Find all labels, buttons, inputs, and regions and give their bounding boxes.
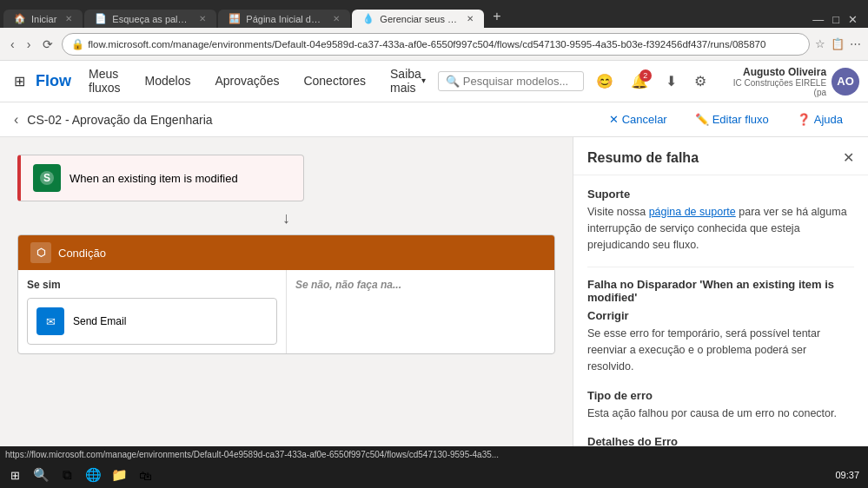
waffle-icon[interactable]: ⊞ bbox=[9, 68, 30, 95]
panel-title: Resumo de falha bbox=[587, 150, 699, 166]
search-icon: 🔍 bbox=[446, 75, 460, 88]
branch-yes: Se sim ✉ Send Email bbox=[18, 270, 287, 353]
browser-tab-iniciar[interactable]: 🏠 Iniciar ✕ bbox=[3, 10, 83, 28]
notification-icon[interactable]: 🔔 2 bbox=[626, 68, 653, 95]
header-right: 🔍 😊 🔔 2 ⬇ ⚙ Augusto Oliveira IC Construç… bbox=[438, 66, 859, 97]
browser-tab-esqueca[interactable]: 📄 Esqueça as palavras-chave: ✕ bbox=[84, 10, 216, 28]
tab-label: Gerenciar seus fluxos | M... bbox=[380, 14, 458, 24]
address-bar-row: ‹ › ⟳ 🔒 flow.microsoft.com/manage/enviro… bbox=[0, 28, 868, 61]
condition-header: ⬡ Condição bbox=[18, 235, 554, 270]
help-button[interactable]: ❓ Ajuda bbox=[785, 109, 854, 130]
nav-item-meus-fluxos[interactable]: Meus fluxos bbox=[76, 61, 133, 102]
user-avatar[interactable]: AO bbox=[832, 68, 859, 96]
new-tab-button[interactable]: + bbox=[486, 5, 507, 28]
browser-tab-pagina[interactable]: 🪟 Página Inicial do Microsoft ... ✕ bbox=[218, 10, 350, 28]
smiley-icon[interactable]: 😊 bbox=[591, 68, 619, 95]
taskbar-explorer[interactable]: 📁 bbox=[107, 463, 131, 487]
browser-tab-gerenciar[interactable]: 💧 Gerenciar seus fluxos | M... ✕ bbox=[352, 10, 484, 28]
tab-close-icon[interactable]: ✕ bbox=[333, 14, 340, 23]
start-button[interactable]: ⊞ bbox=[3, 462, 27, 488]
nav-item-aprovacoes[interactable]: Aprovações bbox=[203, 61, 292, 102]
tab-favicon: 📄 bbox=[95, 13, 107, 24]
nav-item-modelos[interactable]: Modelos bbox=[133, 61, 203, 102]
tab-favicon: 🏠 bbox=[14, 13, 26, 24]
taskbar-search[interactable]: 🔍 bbox=[29, 463, 53, 487]
send-email-node[interactable]: ✉ Send Email bbox=[27, 298, 277, 345]
trigger-node-wrapper: S When an existing item is modified bbox=[17, 155, 304, 201]
edit-icon: ✏️ bbox=[695, 113, 709, 126]
condition-icon: ⬡ bbox=[30, 242, 51, 263]
favorites-icon[interactable]: ☆ bbox=[815, 37, 825, 50]
user-section[interactable]: Augusto Oliveira IC Construções EIRELE (… bbox=[719, 66, 859, 97]
cancel-button[interactable]: ✕ Cancelar bbox=[598, 109, 679, 130]
flow-arrow-1: ↓ bbox=[17, 205, 555, 231]
edit-flow-button[interactable]: ✏️ Editar fluxo bbox=[684, 109, 780, 130]
collections-icon[interactable]: 📋 bbox=[831, 37, 845, 50]
user-name: Augusto Oliveira bbox=[719, 66, 826, 78]
settings-icon[interactable]: ⚙ bbox=[689, 68, 712, 95]
flow-canvas[interactable]: S When an existing item is modified ↓ ⬡ bbox=[0, 137, 573, 488]
forward-button[interactable]: › bbox=[23, 36, 35, 53]
status-bar: https://flow.microsoft.com/manage/enviro… bbox=[0, 446, 868, 462]
tab-close-icon[interactable]: ✕ bbox=[199, 14, 206, 23]
email-icon: ✉ bbox=[36, 307, 64, 335]
trigger-node[interactable]: S When an existing item is modified bbox=[17, 155, 304, 201]
branch-no: Se não, não faça na... bbox=[287, 270, 554, 353]
tab-close-icon[interactable]: ✕ bbox=[65, 14, 72, 23]
browser-tab-bar: 🏠 Iniciar ✕ 📄 Esqueça as palavras-chave:… bbox=[0, 0, 868, 28]
back-icon[interactable]: ‹ bbox=[14, 112, 18, 128]
download-icon[interactable]: ⬇ bbox=[660, 68, 682, 95]
trigger-node-header: S When an existing item is modified bbox=[21, 155, 303, 201]
taskbar: ⊞ 🔍 ⧉ 🌐 📁 🛍 09:37 bbox=[0, 462, 868, 488]
branch-yes-label: Se sim bbox=[27, 279, 277, 291]
nav-item-conectores[interactable]: Conectores bbox=[291, 61, 378, 102]
sub-header-actions: ✕ Cancelar ✏️ Editar fluxo ❓ Ajuda bbox=[598, 109, 854, 130]
taskbar-task-view[interactable]: ⧉ bbox=[55, 463, 79, 487]
error-type-text: Esta ação falhou por causa de um erro no… bbox=[587, 406, 854, 422]
taskbar-right: 09:37 bbox=[835, 470, 865, 480]
minimize-button[interactable]: — bbox=[809, 11, 827, 28]
notification-badge: 2 bbox=[639, 69, 652, 82]
user-org: IC Construções EIRELE (pa bbox=[719, 78, 826, 97]
browser-menu-icon[interactable]: ⋯ bbox=[850, 37, 861, 50]
search-box[interactable]: 🔍 bbox=[438, 71, 584, 91]
close-button[interactable]: ✕ bbox=[845, 11, 861, 28]
svg-text:S: S bbox=[43, 172, 50, 184]
panel-close-button[interactable]: ✕ bbox=[843, 149, 854, 166]
status-url: https://flow.microsoft.com/manage/enviro… bbox=[5, 450, 499, 459]
maximize-button[interactable]: □ bbox=[829, 11, 843, 28]
cancel-x-icon: ✕ bbox=[609, 113, 619, 126]
condition-wrapper: ⬡ Condição Se sim ✉ bbox=[17, 234, 555, 354]
tab-close-icon[interactable]: ✕ bbox=[467, 14, 474, 23]
help-icon: ❓ bbox=[797, 113, 811, 126]
condition-branches: Se sim ✉ Send Email bbox=[18, 270, 554, 353]
panel-content: Suporte Visite nossa página de suporte p… bbox=[573, 175, 868, 488]
condition-label: Condição bbox=[58, 247, 106, 260]
panel-header: Resumo de falha ✕ bbox=[573, 137, 868, 175]
address-bar[interactable]: 🔒 flow.microsoft.com/manage/environments… bbox=[62, 33, 810, 56]
app-logo[interactable]: Flow bbox=[36, 72, 71, 90]
correct-section: Corrigir Se esse erro for temporário, se… bbox=[587, 309, 854, 374]
breadcrumb: CS-02 - Aprovação da Engenharia bbox=[27, 113, 212, 127]
back-button[interactable]: ‹ bbox=[7, 36, 18, 53]
failure-title: Falha no Disparador 'When an existing it… bbox=[587, 278, 854, 304]
send-email-header: ✉ Send Email bbox=[28, 299, 276, 344]
condition-node[interactable]: ⬡ Condição Se sim ✉ bbox=[17, 234, 555, 354]
main-nav: Meus fluxos Modelos Aprovações Conectore… bbox=[76, 61, 438, 102]
taskbar-edge[interactable]: 🌐 bbox=[81, 463, 105, 487]
side-panel: Resumo de falha ✕ Suporte Visite nossa p… bbox=[573, 137, 868, 488]
support-text: Visite nossa página de suporte para ver … bbox=[587, 204, 854, 253]
error-type-section: Tipo de erro Esta ação falhou por causa … bbox=[587, 389, 854, 422]
send-email-label: Send Email bbox=[73, 315, 126, 327]
nav-item-saiba-mais[interactable]: Saiba mais bbox=[378, 61, 438, 102]
tab-label: Esqueça as palavras-chave: bbox=[112, 14, 190, 24]
trigger-node-label: When an existing item is modified bbox=[70, 172, 238, 185]
app-header: ⊞ Flow Meus fluxos Modelos Aprovações Co… bbox=[0, 61, 868, 102]
tab-label: Página Inicial do Microsoft ... bbox=[246, 14, 324, 24]
search-input[interactable] bbox=[463, 75, 576, 88]
support-link[interactable]: página de suporte bbox=[649, 206, 736, 218]
support-label: Suporte bbox=[587, 188, 854, 201]
tab-favicon: 🪟 bbox=[229, 13, 241, 24]
taskbar-store[interactable]: 🛍 bbox=[133, 463, 157, 487]
refresh-button[interactable]: ⟳ bbox=[39, 36, 56, 53]
